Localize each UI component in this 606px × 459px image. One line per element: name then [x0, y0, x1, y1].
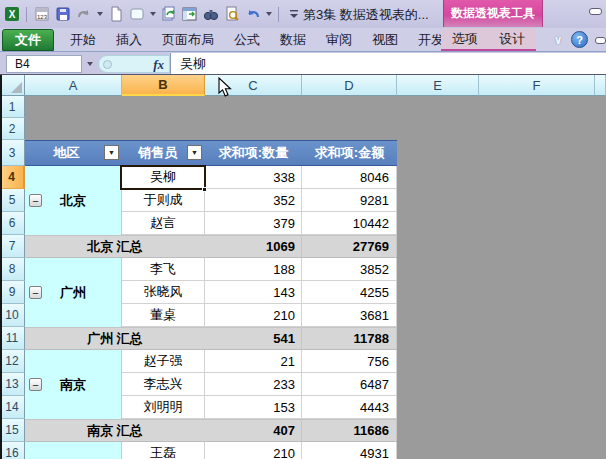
select-all-corner[interactable] [0, 75, 25, 96]
window-minimize-button[interactable] [595, 37, 606, 44]
cell-c12[interactable]: 21 [205, 350, 302, 373]
cell-c5[interactable]: 352 [205, 189, 302, 212]
new-document-icon[interactable] [107, 6, 124, 23]
print-preview-icon[interactable] [223, 6, 240, 23]
tab-data[interactable]: 数据 [270, 29, 316, 51]
cell-b9[interactable]: 张晓风 [122, 281, 205, 304]
redo-icon[interactable] [75, 6, 92, 23]
collapse-button-guangzhou[interactable]: − [29, 286, 42, 299]
cell-d4[interactable]: 8046 [302, 166, 397, 189]
cell-b13[interactable]: 李志兴 [122, 373, 205, 396]
column-header-d[interactable]: D [302, 75, 397, 96]
formula-input[interactable]: 吴柳 [171, 53, 606, 74]
tab-insert[interactable]: 插入 [106, 29, 152, 51]
subtotal-label[interactable]: 广州 汇总 [25, 328, 205, 349]
cell-d12[interactable]: 756 [302, 350, 397, 373]
subtotal-label[interactable]: 南京 汇总 [25, 420, 205, 441]
tab-design[interactable]: 设计 [495, 30, 529, 48]
cell-c16[interactable]: 210 [205, 442, 302, 459]
pivot-header-region[interactable]: 地区 ▼ [25, 141, 122, 165]
pivot-table-icon[interactable] [181, 6, 198, 23]
cell-b14[interactable]: 刘明明 [122, 396, 205, 419]
undo-icon[interactable] [244, 6, 261, 23]
cell-d14[interactable]: 4443 [302, 396, 397, 419]
cell-d13[interactable]: 6487 [302, 373, 397, 396]
subtotal-amt[interactable]: 27769 [302, 236, 397, 257]
cell-d16[interactable]: 4931 [302, 442, 397, 459]
row-header-2[interactable]: 2 [0, 118, 25, 140]
cell-b8[interactable]: 李飞 [122, 258, 205, 281]
pivot-header-qty[interactable]: 求和项:数量 [205, 141, 302, 165]
cell-c10[interactable]: 210 [205, 304, 302, 327]
excel-logo-icon[interactable]: X [3, 6, 20, 23]
region-filter-dropdown-icon[interactable]: ▼ [104, 145, 119, 160]
row-header-6[interactable]: 6 [0, 212, 25, 235]
find-binoculars-icon[interactable] [202, 6, 219, 23]
row-header-7[interactable]: 7 [0, 235, 25, 258]
row-header-13[interactable]: 13 [0, 373, 25, 396]
cell-b10[interactable]: 董桌 [122, 304, 205, 327]
style-box-icon[interactable] [128, 6, 145, 23]
cell-b6[interactable]: 赵言 [122, 212, 205, 235]
insert-function-icon[interactable]: fx [153, 57, 164, 73]
row-header-11[interactable]: 11 [0, 327, 25, 350]
pivot-header-seller[interactable]: 销售员 ▼ [122, 141, 205, 165]
cell-d6[interactable]: 10442 [302, 212, 397, 235]
help-button[interactable]: ? [571, 31, 588, 48]
row-header-9[interactable]: 9 [0, 281, 25, 304]
number-format-icon[interactable]: 123 [33, 6, 50, 23]
row-header-16[interactable]: 16 [0, 442, 25, 459]
row-header-12[interactable]: 12 [0, 350, 25, 373]
cell-c14[interactable]: 153 [205, 396, 302, 419]
name-box-dropdown-icon[interactable] [83, 55, 96, 73]
subtotal-amt[interactable]: 11686 [302, 420, 397, 441]
column-header-g-partial[interactable] [595, 75, 606, 96]
cell-b16[interactable]: 王磊 [122, 442, 205, 459]
column-header-e[interactable]: E [397, 75, 479, 96]
style-box-dropdown-icon[interactable] [150, 12, 156, 16]
row-header-14[interactable]: 14 [0, 396, 25, 419]
cell-b12[interactable]: 赵子强 [122, 350, 205, 373]
cell-c6[interactable]: 379 [205, 212, 302, 235]
tab-page-layout[interactable]: 页面布局 [152, 29, 224, 51]
minimize-button[interactable] [589, 8, 602, 15]
cell-d9[interactable]: 4255 [302, 281, 397, 304]
redo-dropdown-icon[interactable] [97, 12, 103, 16]
fill-handle[interactable] [202, 187, 207, 192]
undo-dropdown-icon[interactable] [266, 12, 272, 16]
tab-review[interactable]: 审阅 [316, 29, 362, 51]
customize-qat-icon[interactable] [285, 6, 302, 23]
row-header-10[interactable]: 10 [0, 304, 25, 327]
cell-c4[interactable]: 338 [205, 166, 302, 189]
tab-file[interactable]: 文件 [2, 29, 54, 51]
pivot-header-amount[interactable]: 求和项:金额 [302, 141, 397, 165]
row-header-4-selected[interactable]: 4 [0, 166, 25, 189]
subtotal-label[interactable]: 北京 汇总 [25, 236, 205, 257]
column-header-b-selected[interactable]: B [122, 75, 205, 96]
collapse-button-beijing[interactable]: − [29, 194, 42, 207]
save-icon[interactable] [54, 6, 71, 23]
refresh-book-icon[interactable] [160, 6, 177, 23]
seller-filter-dropdown-icon[interactable]: ▼ [187, 145, 202, 160]
tab-home[interactable]: 开始 [60, 29, 106, 51]
active-cell-selection[interactable] [120, 165, 206, 190]
tab-formulas[interactable]: 公式 [224, 29, 270, 51]
subtotal-qty[interactable]: 541 [205, 328, 302, 349]
name-box[interactable]: B4 [6, 55, 82, 73]
row-header-15[interactable]: 15 [0, 419, 25, 442]
cell-d8[interactable]: 3852 [302, 258, 397, 281]
column-header-a[interactable]: A [25, 75, 122, 96]
cell-b5[interactable]: 于则成 [122, 189, 205, 212]
collapse-ribbon-icon[interactable]: ∨ [551, 33, 565, 47]
cell-c13[interactable]: 233 [205, 373, 302, 396]
row-header-8[interactable]: 8 [0, 258, 25, 281]
subtotal-qty[interactable]: 1069 [205, 236, 302, 257]
cell-d10[interactable]: 3681 [302, 304, 397, 327]
row-header-1[interactable]: 1 [0, 96, 25, 118]
row-header-3[interactable]: 3 [0, 140, 25, 166]
collapse-button-nanjing[interactable]: − [29, 378, 42, 391]
cell-c9[interactable]: 143 [205, 281, 302, 304]
tab-options[interactable]: 选项 [448, 30, 482, 48]
cell-c8[interactable]: 188 [205, 258, 302, 281]
cell-d5[interactable]: 9281 [302, 189, 397, 212]
